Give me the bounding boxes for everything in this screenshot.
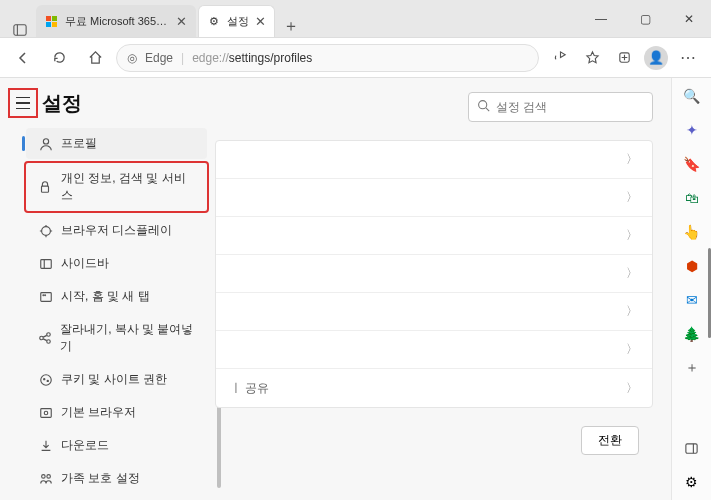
svg-point-36 <box>479 101 487 109</box>
home-icon <box>38 289 53 304</box>
nav-item-share[interactable]: 잘라내기, 복사 및 붙여넣기 <box>26 314 207 362</box>
spark-icon[interactable]: ✦ <box>682 120 702 140</box>
svg-point-24 <box>46 474 50 478</box>
svg-rect-3 <box>52 16 57 21</box>
nav-label: 가족 보호 설정 <box>61 470 140 487</box>
tab-label: 설정 <box>227 14 249 29</box>
sidebar-settings-icon[interactable]: ⚙ <box>682 472 702 492</box>
close-window-button[interactable]: ✕ <box>667 0 711 37</box>
close-icon[interactable]: ✕ <box>176 14 187 29</box>
collections-button[interactable] <box>609 43 639 73</box>
plus-icon[interactable]: ＋ <box>682 358 702 378</box>
svg-rect-38 <box>686 443 697 452</box>
svg-rect-2 <box>46 16 51 21</box>
more-button[interactable]: ⋯ <box>673 43 703 73</box>
outlook-icon[interactable]: ✉ <box>682 290 702 310</box>
svg-point-18 <box>40 374 51 385</box>
chevron-right-icon: 〉 <box>626 380 638 397</box>
tab-ms365[interactable]: 무료 Microsoft 365 앱 – 생산성 도 ✕ <box>36 5 196 37</box>
nav-label: 잘라내기, 복사 및 붙여넣기 <box>60 321 197 355</box>
settings-row[interactable]: ㅣ 공유〉 <box>216 369 652 407</box>
nav-item-profile[interactable]: 프로필 <box>26 128 207 159</box>
close-icon[interactable]: ✕ <box>255 14 266 29</box>
refresh-button[interactable] <box>44 43 74 73</box>
nav-label: 개인 정보, 검색 및 서비스 <box>61 170 197 204</box>
svg-line-37 <box>486 108 489 111</box>
settings-row[interactable]: 〉 <box>216 179 652 217</box>
settings-search[interactable] <box>468 92 653 122</box>
svg-rect-10 <box>40 259 51 268</box>
cookie-icon <box>38 372 53 387</box>
svg-point-9 <box>41 226 50 235</box>
nav-label: 다운로드 <box>61 437 109 454</box>
nav-item-download[interactable]: 다운로드 <box>26 430 207 461</box>
maximize-button[interactable]: ▢ <box>623 0 667 37</box>
sidebar-toggle-icon[interactable] <box>682 438 702 458</box>
nav-item-lock[interactable]: 개인 정보, 검색 및 서비스 <box>24 161 209 213</box>
svg-point-23 <box>41 474 45 478</box>
lock-icon <box>38 180 53 195</box>
profile-icon <box>38 136 53 151</box>
family-icon <box>38 471 53 486</box>
office-icon[interactable]: ⬢ <box>682 256 702 276</box>
page-title: 설정 <box>42 90 82 117</box>
chevron-right-icon: 〉 <box>626 265 638 282</box>
nav-label: 시작, 홈 및 새 탭 <box>61 288 150 305</box>
svg-rect-8 <box>42 186 49 192</box>
sidebar-icon <box>38 256 53 271</box>
page-content: 설정 프로필개인 정보, 검색 및 서비스브라우저 디스플레이사이드바시작, 홈… <box>0 78 711 500</box>
chevron-right-icon: 〉 <box>626 303 638 320</box>
settings-row[interactable]: 〉 <box>216 293 652 331</box>
svg-rect-4 <box>46 22 51 27</box>
svg-point-14 <box>44 294 45 295</box>
favorite-button[interactable] <box>577 43 607 73</box>
svg-point-13 <box>42 294 43 295</box>
settings-row[interactable]: 〉 <box>216 141 652 179</box>
address-field[interactable]: ◎ Edge | edge://settings/profiles <box>116 44 539 72</box>
back-button[interactable] <box>8 43 38 73</box>
nav-item-edgebar[interactable]: Edge 표시줄 <box>26 496 207 500</box>
minimize-button[interactable]: — <box>579 0 623 37</box>
home-button[interactable] <box>80 43 110 73</box>
nav-item-default[interactable]: 기본 브라우저 <box>26 397 207 428</box>
search-input[interactable] <box>496 100 646 114</box>
search-icon[interactable]: 🔍 <box>682 86 702 106</box>
nav-label: 기본 브라우저 <box>61 404 136 421</box>
settings-row[interactable]: 〉 <box>216 217 652 255</box>
switch-button[interactable]: 전환 <box>581 426 639 455</box>
read-aloud-button[interactable] <box>545 43 575 73</box>
menu-button[interactable] <box>12 92 34 114</box>
shop-icon[interactable]: 🛍 <box>682 188 702 208</box>
settings-main: 〉〉〉〉〉〉ㅣ 공유〉 전환 <box>215 78 671 500</box>
nav-item-cookie[interactable]: 쿠키 및 사이트 권한 <box>26 364 207 395</box>
settings-row[interactable]: 〉 <box>216 331 652 369</box>
hamburger-highlight <box>8 88 38 118</box>
svg-rect-0 <box>14 25 26 36</box>
tree-icon[interactable]: 🌲 <box>682 324 702 344</box>
svg-point-19 <box>43 378 44 379</box>
share-icon <box>38 331 52 346</box>
nav-item-home[interactable]: 시작, 홈 및 새 탭 <box>26 281 207 312</box>
new-tab-button[interactable]: ＋ <box>277 16 305 37</box>
nav-item-sidebar[interactable]: 사이드바 <box>26 248 207 279</box>
row-text: ㅣ 공유 <box>230 380 626 397</box>
nav-label: 브라우저 디스플레이 <box>61 222 172 239</box>
chevron-right-icon: 〉 <box>626 151 638 168</box>
address-bar: ◎ Edge | edge://settings/profiles 👤 ⋯ <box>0 38 711 78</box>
settings-sidebar: 설정 프로필개인 정보, 검색 및 서비스브라우저 디스플레이사이드바시작, 홈… <box>0 78 215 500</box>
nav-item-display[interactable]: 브라우저 디스플레이 <box>26 215 207 246</box>
tab-settings[interactable]: ⚙ 설정 ✕ <box>198 5 275 37</box>
svg-point-7 <box>43 138 48 143</box>
tab-actions-button[interactable] <box>4 23 36 37</box>
nav-label: 쿠키 및 사이트 권한 <box>61 371 167 388</box>
profile-button[interactable]: 👤 <box>641 43 671 73</box>
title-bar: 무료 Microsoft 365 앱 – 생산성 도 ✕ ⚙ 설정 ✕ ＋ — … <box>0 0 711 38</box>
settings-row[interactable]: 〉 <box>216 255 652 293</box>
tag-icon[interactable]: 🔖 <box>682 154 702 174</box>
nav-item-family[interactable]: 가족 보호 설정 <box>26 463 207 494</box>
svg-point-15 <box>40 336 44 340</box>
favicon-ms365 <box>45 15 59 29</box>
edge-sidebar: 🔍 ✦ 🔖 🛍 👆 ⬢ ✉ 🌲 ＋ ⚙ <box>671 78 711 500</box>
gear-icon: ⚙ <box>207 15 221 29</box>
drop-icon[interactable]: 👆 <box>682 222 702 242</box>
